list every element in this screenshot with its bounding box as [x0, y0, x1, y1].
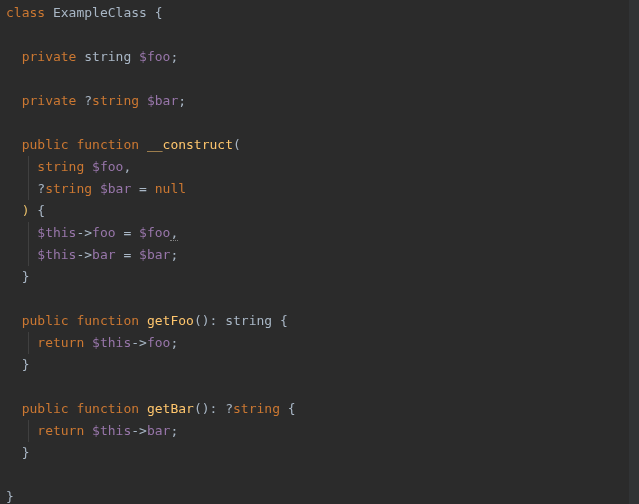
- code-editor[interactable]: class ExampleClass { private string $foo…: [6, 2, 639, 504]
- property: foo: [147, 335, 170, 350]
- class-name: ExampleClass: [53, 5, 147, 20]
- code-line[interactable]: }: [6, 266, 639, 288]
- property: bar: [147, 423, 170, 438]
- keyword-return: return: [37, 423, 84, 438]
- code-line[interactable]: string $foo,: [6, 156, 639, 178]
- function-name: getBar: [147, 401, 194, 416]
- keyword-null: null: [155, 181, 186, 196]
- code-line[interactable]: ?string $bar = null: [6, 178, 639, 200]
- code-line[interactable]: $this->foo = $foo,: [6, 222, 639, 244]
- property: bar: [92, 247, 115, 262]
- variable: $bar: [139, 247, 170, 262]
- variable-this: $this: [92, 335, 131, 350]
- code-line[interactable]: [6, 68, 639, 90]
- keyword-function: function: [76, 313, 139, 328]
- code-line[interactable]: public function __construct(: [6, 134, 639, 156]
- keyword-public: public: [22, 137, 69, 152]
- code-line[interactable]: private ?string $bar;: [6, 90, 639, 112]
- code-line[interactable]: }: [6, 486, 639, 504]
- variable: $foo: [139, 49, 170, 64]
- code-line[interactable]: $this->bar = $bar;: [6, 244, 639, 266]
- code-line[interactable]: private string $foo;: [6, 46, 639, 68]
- property: foo: [92, 225, 115, 240]
- code-line[interactable]: [6, 376, 639, 398]
- code-line[interactable]: }: [6, 354, 639, 376]
- code-line[interactable]: public function getBar(): ?string {: [6, 398, 639, 420]
- code-line[interactable]: [6, 288, 639, 310]
- keyword-class: class: [6, 5, 45, 20]
- variable: $bar: [100, 181, 131, 196]
- code-line[interactable]: ) {: [6, 200, 639, 222]
- keyword-return: return: [37, 335, 84, 350]
- code-line[interactable]: return $this->foo;: [6, 332, 639, 354]
- code-line[interactable]: class ExampleClass {: [6, 2, 639, 24]
- variable-this: $this: [37, 225, 76, 240]
- keyword-private: private: [22, 93, 77, 108]
- function-name: __construct: [147, 137, 233, 152]
- code-line[interactable]: [6, 464, 639, 486]
- variable: $bar: [147, 93, 178, 108]
- keyword-public: public: [22, 401, 69, 416]
- code-line[interactable]: }: [6, 442, 639, 464]
- function-name: getFoo: [147, 313, 194, 328]
- scrollbar[interactable]: [629, 0, 639, 504]
- variable-this: $this: [37, 247, 76, 262]
- code-line[interactable]: return $this->bar;: [6, 420, 639, 442]
- variable: $foo: [92, 159, 123, 174]
- code-line[interactable]: public function getFoo(): string {: [6, 310, 639, 332]
- keyword-private: private: [22, 49, 77, 64]
- variable-this: $this: [92, 423, 131, 438]
- keyword-function: function: [76, 401, 139, 416]
- variable: $foo: [139, 225, 170, 240]
- code-line[interactable]: [6, 112, 639, 134]
- code-line[interactable]: [6, 24, 639, 46]
- keyword-function: function: [76, 137, 139, 152]
- keyword-public: public: [22, 313, 69, 328]
